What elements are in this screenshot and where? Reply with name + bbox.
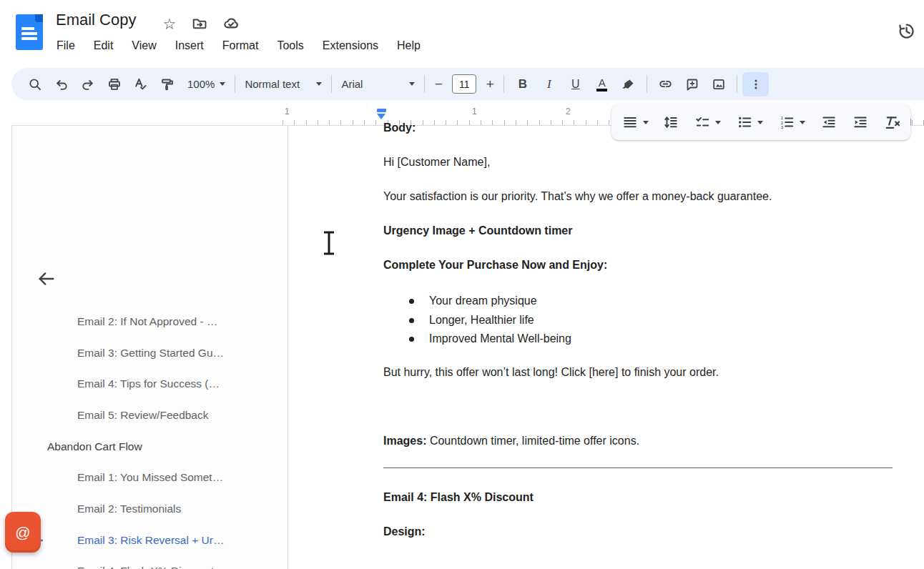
- doc-paragraph: Hi [Customer Name],: [383, 154, 893, 170]
- doc-bullet-list: Your dream physique Longer, Healthier li…: [383, 292, 893, 349]
- paint-format-icon[interactable]: [154, 72, 180, 97]
- menu-bar: File Edit View Insert Format Tools Exten…: [47, 35, 430, 56]
- menu-tools[interactable]: Tools: [267, 35, 313, 56]
- menu-edit[interactable]: Edit: [84, 35, 123, 56]
- chevron-down-icon: [643, 121, 649, 124]
- align-icon[interactable]: [619, 109, 652, 135]
- chevron-down-icon: [757, 121, 763, 124]
- doc-paragraph: Images: Countdown timer, limited-time of…: [383, 433, 893, 449]
- sidebar-item[interactable]: Email 3: Getting Started Gu…: [24, 337, 275, 369]
- mentions-button[interactable]: @: [5, 512, 41, 553]
- doc-paragraph: Email 4: Flash X% Discount: [383, 490, 893, 505]
- numbered-list-icon[interactable]: 1 2 3: [775, 109, 809, 135]
- doc-paragraph: Design:: [383, 524, 893, 540]
- document-editor[interactable]: Body: Hi [Customer Name], Your satisfact…: [383, 120, 893, 558]
- text-color-button[interactable]: A: [589, 72, 615, 97]
- doc-paragraph: Your satisfaction is our priority. That’…: [383, 189, 893, 204]
- paragraph-style-select[interactable]: Normal text: [240, 72, 326, 97]
- tabs-list: Email 2: If Not Approved - … Email 3: Ge…: [24, 306, 275, 569]
- sidebar-item[interactable]: Email 1: You Missed Somet…: [24, 462, 275, 493]
- format-overflow-panel: 1 2 3: [611, 104, 910, 140]
- first-line-indent-marker[interactable]: [377, 109, 386, 112]
- redo-icon[interactable]: [74, 72, 101, 97]
- underline-button[interactable]: U: [562, 72, 589, 97]
- doc-paragraph: Complete Your Purchase Now and Enjoy:: [383, 257, 893, 273]
- chevron-down-icon: [800, 121, 805, 124]
- font-size-increase-button[interactable]: +: [481, 76, 498, 92]
- back-arrow-icon[interactable]: [34, 266, 59, 292]
- bold-button[interactable]: B: [509, 72, 536, 97]
- sidebar-item[interactable]: Email 4: Flash X% Discount: [24, 556, 275, 569]
- increase-indent-icon[interactable]: [849, 109, 872, 135]
- ruler-mark: 1: [285, 107, 290, 117]
- sidebar-item[interactable]: Email 5: Review/Feedback: [24, 400, 275, 431]
- menu-insert[interactable]: Insert: [166, 35, 213, 56]
- decrease-indent-icon[interactable]: [817, 109, 840, 135]
- left-indent-marker[interactable]: [377, 114, 385, 119]
- doc-bullet: Improved Mental Well-being: [383, 330, 893, 349]
- bulleted-list-icon[interactable]: [733, 109, 767, 135]
- chevron-down-icon: [316, 82, 322, 86]
- menu-view[interactable]: View: [122, 35, 165, 56]
- menu-file[interactable]: File: [47, 35, 84, 56]
- docs-logo[interactable]: [16, 14, 43, 50]
- version-history-icon[interactable]: [894, 19, 918, 43]
- right-margin-marker[interactable]: [910, 119, 911, 125]
- ruler-mark: 1: [472, 107, 477, 117]
- tabs-sidebar: Email 2: If Not Approved - … Email 3: Ge…: [11, 125, 288, 569]
- link-icon[interactable]: [652, 72, 679, 97]
- move-folder-icon[interactable]: [190, 14, 209, 33]
- doc-bullet: Your dream physique: [383, 292, 893, 311]
- sidebar-item[interactable]: Email 2: Testimonials: [24, 493, 275, 525]
- star-icon[interactable]: ☆: [160, 14, 179, 33]
- spellcheck-icon[interactable]: [127, 72, 154, 97]
- clear-formatting-icon[interactable]: [880, 109, 905, 135]
- sidebar-item[interactable]: Abandon Cart Flow: [24, 431, 275, 462]
- font-select[interactable]: Arial: [337, 72, 419, 97]
- main-toolbar: 100% Normal text Arial − 11 + B I U A: [11, 68, 924, 100]
- search-icon[interactable]: [21, 72, 48, 97]
- checklist-icon[interactable]: [691, 109, 724, 135]
- image-icon[interactable]: [705, 72, 732, 97]
- horizontal-rule: [383, 467, 893, 468]
- undo-icon[interactable]: [48, 72, 74, 97]
- ruler-mark: 2: [566, 107, 571, 117]
- highlight-icon[interactable]: [615, 72, 642, 97]
- sidebar-item-active[interactable]: Email 3: Risk Reversal + Ur…: [24, 525, 275, 556]
- menu-help[interactable]: Help: [388, 35, 430, 56]
- doc-paragraph: But hurry, this offer won’t last long! C…: [383, 365, 893, 380]
- more-icon[interactable]: [742, 72, 769, 97]
- font-size-decrease-button[interactable]: −: [430, 76, 447, 92]
- comment-icon[interactable]: [679, 72, 705, 97]
- svg-text:3: 3: [781, 124, 784, 129]
- italic-button[interactable]: I: [536, 72, 562, 97]
- logo-fold: [35, 14, 43, 22]
- chevron-down-icon: [220, 82, 225, 86]
- doc-bullet: Longer, Healthier life: [383, 311, 893, 330]
- cloud-saved-icon[interactable]: [222, 14, 240, 33]
- zoom-select[interactable]: 100%: [183, 72, 230, 97]
- chevron-down-icon: [715, 121, 721, 124]
- line-spacing-icon[interactable]: [659, 109, 682, 135]
- print-icon[interactable]: [101, 72, 127, 97]
- chevron-down-icon: [409, 82, 415, 86]
- font-size-field[interactable]: 11: [452, 74, 476, 94]
- sidebar-item[interactable]: Email 4: Tips for Success (…: [24, 368, 275, 400]
- menu-format[interactable]: Format: [213, 35, 268, 56]
- sidebar-item[interactable]: Email 2: If Not Approved - …: [24, 306, 275, 337]
- text-cursor-icon: [321, 229, 337, 257]
- document-title[interactable]: Email Copy: [56, 11, 136, 29]
- doc-paragraph: Urgency Image + Countdown timer: [383, 223, 893, 239]
- menu-extensions[interactable]: Extensions: [313, 35, 388, 56]
